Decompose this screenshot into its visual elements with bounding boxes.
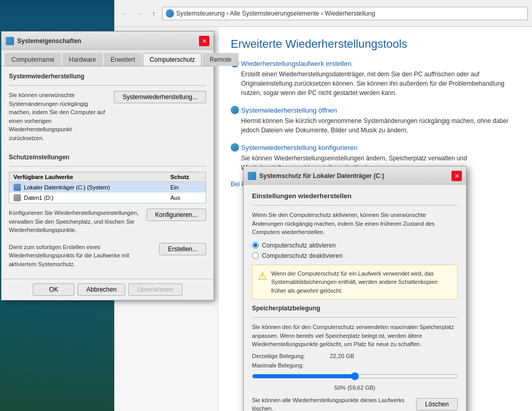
recovery-icon-2 (231, 106, 239, 114)
warning-text: Wenn der Computerschutz für ein Laufwerk… (271, 269, 452, 295)
dialog-systemeigenschaften: Systemeigenschaften ✕ Computername Hardw… (1, 31, 214, 300)
speicher-desc: Sie können den für den Computerschutz ve… (252, 323, 458, 349)
drive-icon-c (14, 184, 21, 191)
schutzeinstellungen-header: Schutzeinstellungen (9, 154, 206, 161)
derzeitige-label: Derzeitige Belegung: (252, 353, 330, 359)
recovery-icon-3 (231, 143, 239, 152)
address-icon (166, 9, 174, 18)
dialog-titlebar: Systemeigenschaften ✕ (2, 32, 214, 50)
warning-box: ⚠ Wenn der Computerschutz für ein Laufwe… (252, 265, 458, 300)
tabs-row: Computername Hardware Erweitert Computer… (2, 50, 214, 66)
sysschutz-close-button[interactable]: ✕ (451, 171, 462, 181)
radio-deaktivieren-label: Computerschutz deaktivieren (262, 252, 342, 259)
loeschen-row: Sie können alle Wiederherstellungspunkte… (252, 396, 458, 412)
tab-erweitert[interactable]: Erweitert (104, 53, 142, 66)
speicher-section-title: Speicherplatzbelegung (252, 305, 458, 312)
dialog-title-icon (6, 37, 14, 45)
drive-name-c: Lokaler Datenträger (C:) (System) (24, 184, 110, 190)
tab-remote[interactable]: Remote (203, 53, 238, 66)
drive-icon-d (14, 194, 21, 201)
uebernehmen-button[interactable]: Übernehmen (128, 283, 182, 296)
erstellen-button[interactable]: Erstellen... (159, 243, 206, 255)
radio-aktivieren-label: Computerschutz aktivieren (262, 242, 336, 249)
systemwiederherstellung-button[interactable]: Systemwiederherstellung... (114, 91, 206, 103)
recovery-desc-2: Hiermit können Sie kürzlich vorgenommene… (241, 116, 520, 135)
maximale-row: Maximale Belegung: (252, 362, 458, 368)
breadcrumb: Systemsteuerung › Alle Systemsteuerungse… (176, 10, 375, 17)
back-button[interactable]: ← (118, 7, 131, 20)
radio-deaktivieren[interactable] (252, 252, 259, 259)
systemwiederherstellung-desc: Sie können unerwünschte Systemänderungen… (9, 91, 109, 142)
ok-button[interactable]: OK (33, 283, 74, 296)
drive-row-c[interactable]: Lokaler Datenträger (C:) (System) Ein (9, 182, 206, 193)
recovery-link-1[interactable]: Wiederherstellungslaufwerk erstellen (231, 59, 520, 67)
einstellungen-title: Einstellungen wiederherstellen (252, 192, 458, 200)
sysschutz-body: Einstellungen wiederherstellen Wenn Sie … (244, 185, 466, 411)
drive-schutz-c: Ein (170, 184, 202, 190)
slider-container: 50% (59,62 GB) (252, 372, 458, 391)
erstellen-desc: Dient zum sofortigen Erstellen eines Wie… (9, 243, 154, 269)
konfigurieren-desc: Konfigurieren Sie Wiederherstellungseins… (9, 209, 141, 235)
divider-2 (9, 166, 206, 167)
sysschutz-title-text: Systemschutz für Lokaler Datenträger (C:… (259, 172, 384, 180)
derzeitige-row: Derzeitige Belegung: 22,20 GB (252, 353, 458, 359)
forward-button[interactable]: → (133, 7, 145, 20)
sysschutz-titlebar: Systemschutz für Lokaler Datenträger (C:… (244, 167, 466, 185)
sysschutz-divider-2 (252, 317, 458, 318)
drives-section: Verfügbare Laufwerke Schutz Lokaler Date… (9, 172, 206, 203)
recovery-item-2: Systemwiederherstellung öffnen Hiermit k… (231, 106, 520, 135)
drive-name-d: Daten1 (D:) (24, 195, 54, 201)
konfigurieren-button[interactable]: Konfigurieren... (147, 209, 206, 221)
speicher-slider[interactable] (252, 372, 458, 381)
dialog-title-text: Systemeigenschaften (17, 37, 81, 45)
sysschutz-divider-1 (252, 205, 458, 206)
dialog-footer: OK Abbrechen Übernehmen (2, 279, 214, 300)
drives-col2-header: Schutz (170, 174, 202, 180)
recovery-desc-1: Erstellt einen Wiederherstellungsdatentr… (241, 70, 520, 98)
tab-computername[interactable]: Computername (5, 53, 61, 66)
divider-1 (9, 85, 206, 86)
abbrechen-button[interactable]: Abbrechen (77, 283, 125, 296)
einstellungen-desc: Wenn Sie den Computerschutz aktivieren, … (252, 211, 458, 237)
loeschen-desc: Sie können alle Wiederherstellungspunkte… (252, 396, 411, 412)
sysschutz-title-icon (248, 172, 256, 180)
drive-row-d[interactable]: Daten1 (D:) Aus (9, 193, 206, 203)
warning-icon: ⚠ (258, 270, 267, 282)
recovery-link-3[interactable]: Systemwiederherstellung konfigurieren (231, 143, 520, 152)
dialog-systemschutz: Systemschutz für Lokaler Datenträger (C:… (243, 166, 467, 411)
loeschen-button[interactable]: Löschen (416, 398, 458, 410)
tab-computerschutz[interactable]: Computerschutz (143, 53, 202, 66)
main-title: Erweiterte Wiederherstellungstools (231, 37, 520, 51)
drives-header: Verfügbare Laufwerke Schutz (9, 172, 206, 182)
radio-aktivieren[interactable] (252, 242, 259, 249)
recovery-link-2[interactable]: Systemwiederherstellung öffnen (231, 106, 520, 114)
dialog-body: Systemwiederherstellung Sie können unerw… (2, 66, 214, 279)
drive-schutz-d: Aus (170, 195, 202, 201)
dialog-close-button[interactable]: ✕ (199, 36, 209, 46)
recovery-item-1: Wiederherstellungslaufwerk erstellen Ers… (231, 59, 520, 98)
slider-pct: 50% (59,62 GB) (252, 385, 458, 391)
up-button[interactable]: ↑ (148, 7, 160, 20)
tab-hardware[interactable]: Hardware (62, 53, 103, 66)
radio-row-2: Computerschutz deaktivieren (252, 252, 458, 259)
systemwiederherstellung-header: Systemwiederherstellung (9, 73, 206, 80)
explorer-bar: ← → ↑ Systemsteuerung › Alle Systemsteue… (114, 0, 532, 27)
derzeitige-value: 22,20 GB (330, 353, 354, 359)
radio-row-1: Computerschutz aktivieren (252, 242, 458, 249)
maximale-label: Maximale Belegung: (252, 362, 330, 368)
address-bar[interactable]: Systemsteuerung › Alle Systemsteuerungse… (162, 7, 528, 20)
drives-col1-header: Verfügbare Laufwerke (14, 174, 170, 180)
